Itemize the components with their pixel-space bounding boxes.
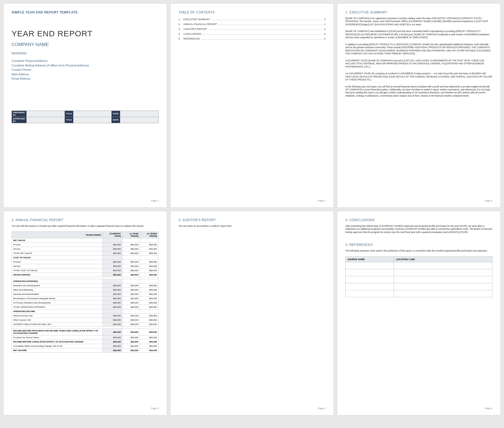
fin-empty-cell — [122, 238, 140, 243]
fin-value-current: $00,000 — [102, 348, 122, 353]
ref-location-field[interactable] — [394, 262, 492, 269]
fin-value-2prior: $00,000 — [140, 318, 158, 322]
financial-heading: 2. ANNUAL FINANCIAL REPORT — [12, 218, 159, 222]
toc-item: 5.REFERENCES6 — [179, 37, 326, 40]
table-row: TOTAL COST OF SALES$00,000$00,000$00,000 — [12, 268, 159, 273]
exec-summary-heading: 1. EXECUTIVE SUMMARY — [345, 10, 492, 14]
prepared-by-label: PREPARED BY — [12, 111, 27, 117]
fin-value-current: $00,000 — [102, 335, 122, 340]
table-row — [346, 283, 492, 290]
template-header: SIMPLE YEAR END REPORT TEMPLATE — [12, 10, 159, 14]
fin-empty-cell — [102, 309, 122, 314]
fin-value-2prior: $00,000 — [140, 344, 158, 348]
approved-by-field[interactable] — [27, 117, 65, 123]
prepared-date-field[interactable] — [120, 111, 158, 117]
fin-value-2prior: $00,000 — [140, 340, 158, 344]
spacer-cell — [140, 277, 158, 279]
table-row: NET SALES — [12, 238, 159, 243]
approved-title-field[interactable] — [73, 117, 112, 123]
ref-col-location: LOCATION / LINK — [394, 256, 492, 262]
toc-page: 4 — [324, 23, 325, 26]
prepared-by-field[interactable] — [27, 111, 65, 117]
table-row: Sales and Marketing$00,000$00,000$00,000 — [12, 288, 159, 292]
page-number: Page 4 — [12, 407, 159, 410]
toc-page: 5 — [324, 28, 325, 30]
fin-row-label: Sales and Marketing — [12, 288, 103, 292]
spacer-cell — [12, 277, 103, 279]
fin-row-label: General and Administrative — [12, 292, 103, 296]
ref-source-field[interactable] — [346, 276, 394, 283]
exec-summary-p1: [NAME OF COMPANY] is an organized corpor… — [345, 17, 492, 26]
table-row — [346, 276, 492, 283]
toc-item: 2.ANNUAL FINANCIAL REPORT4 — [179, 23, 326, 26]
fin-col-years: YEARS ENDED — [12, 232, 103, 238]
fin-value-1prior: $00,000 — [122, 243, 140, 247]
fin-row-label: In-Process Research and Development — [12, 301, 103, 305]
table-row: APPROVED BY TITLE DATE — [12, 117, 159, 123]
approved-date-field[interactable] — [120, 117, 158, 123]
ref-location-field[interactable] — [394, 276, 492, 283]
ref-source-field[interactable] — [346, 290, 394, 297]
page-number: Page 5 — [179, 407, 326, 410]
fin-value-2prior: $00,000 — [140, 296, 158, 301]
report-date: 00/00/0000 — [12, 52, 159, 55]
fin-value-2prior: $00,000 — [140, 335, 158, 340]
toc-dots — [211, 20, 323, 20]
references-heading: 5. REFERENCES — [345, 243, 492, 247]
page-number: Page 6 — [345, 407, 492, 410]
fin-value-2prior: $00,000 — [140, 301, 158, 305]
table-row: OPERATING EXPENSES — [12, 279, 159, 284]
ref-col-source: SOURCE NAME — [346, 256, 394, 262]
ref-location-field[interactable] — [394, 269, 492, 276]
prepared-title-field[interactable] — [73, 111, 112, 117]
ref-location-field[interactable] — [394, 283, 492, 290]
toc-number: 1. — [179, 18, 183, 21]
page-number: Page 3 — [345, 199, 492, 202]
fin-value-1prior: $00,000 — [122, 284, 140, 288]
fin-section-label: OPERATING EXPENSES — [12, 279, 103, 284]
financial-intro: You can edit this section to include any… — [12, 225, 159, 228]
ref-source-field[interactable] — [346, 269, 394, 276]
table-row: Provision for Income Taxes$00,000$00,000… — [12, 335, 159, 340]
table-row: Amortization of Purchased Intangible Ass… — [12, 296, 159, 301]
fin-value-1prior: $00,000 — [122, 344, 140, 348]
fin-row-label: INCOME BEFORE CUMULATIVE EFFECT OF ACCOU… — [12, 340, 103, 344]
web-address: Web Address — [12, 72, 159, 77]
fin-value-2prior: $00,000 — [140, 305, 158, 309]
fin-value-1prior: $00,000 — [122, 329, 140, 335]
toc-dots — [201, 39, 323, 40]
fin-value-current: $00,000 — [102, 273, 122, 277]
toc-label: ANNUAL FINANCIAL REPORT — [183, 23, 217, 26]
page-grid: SIMPLE YEAR END REPORT TEMPLATE YEAR END… — [3, 3, 501, 415]
fin-value-1prior: $00,000 — [122, 273, 140, 277]
fin-value-1prior: $00,000 — [122, 288, 140, 292]
signature-table: PREPARED BY TITLE DATE APPROVED BY TITLE… — [12, 111, 159, 123]
toc-item: 1.EXECUTIVE SUMMARY3 — [179, 18, 326, 21]
fin-row-label: INCOME BEFORE PROVISION FOR INCOME TAXES… — [12, 329, 103, 335]
fin-value-2prior: $00,000 — [140, 260, 158, 264]
ref-source-field[interactable] — [346, 262, 394, 269]
fin-col-2prior: [2 YEARS PRIOR] — [140, 232, 158, 238]
fin-value-2prior: $00,000 — [140, 243, 158, 247]
fin-col-1prior: [1 YEAR PRIOR] — [122, 232, 140, 238]
contact-phone: Contact Phone — [12, 68, 159, 72]
auditor-intro: You can insert an accountant or auditor'… — [179, 225, 326, 228]
fin-row-label: Other Income, Net — [12, 318, 103, 322]
fin-value-1prior: $00,000 — [122, 314, 140, 318]
table-row — [346, 290, 492, 297]
ref-source-field[interactable] — [346, 283, 394, 290]
table-row — [12, 327, 159, 329]
fin-empty-cell — [140, 279, 158, 284]
fin-value-current: $00,000 — [102, 305, 122, 309]
exec-summary-p4: In [CURRENT YEAR], [NAME OF COMPANY] is … — [345, 59, 492, 68]
financial-table: YEARS ENDED [CURRENT YEAR] [1 YEAR PRIOR… — [12, 231, 159, 353]
fin-value-current: $00,000 — [102, 288, 122, 292]
toc-item: 4.CONCLUSIONS6 — [179, 33, 326, 35]
fin-value-current: $00,000 — [102, 301, 122, 305]
fin-value-current: $00,000 — [102, 314, 122, 318]
ref-location-field[interactable] — [394, 290, 492, 297]
page-1: SIMPLE YEAR END REPORT TEMPLATE YEAR END… — [3, 3, 167, 208]
fin-value-2prior: $00,000 — [140, 329, 158, 335]
date-label: DATE — [112, 111, 120, 117]
table-row: Product$00,000$00,000$00,000 — [12, 260, 159, 264]
